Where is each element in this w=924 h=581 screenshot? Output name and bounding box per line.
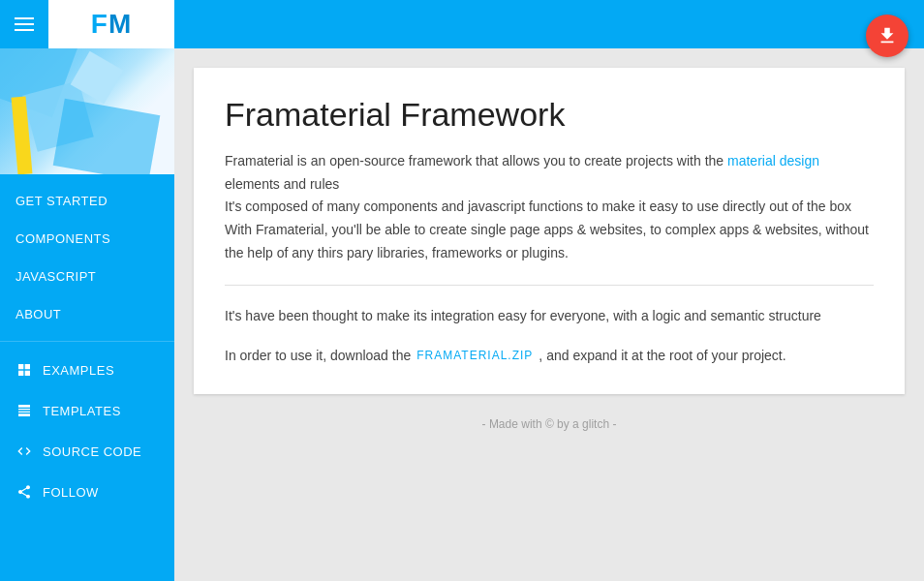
download-suffix: , and expand it at the root of your proj… (539, 348, 785, 363)
grid-icon (15, 361, 33, 379)
sidebar: GET STARTED COMPONENTS JAVASCRIPT ABOUT … (0, 48, 174, 581)
share-icon (15, 483, 33, 501)
download-link[interactable]: FRAMATERIAL.ZIP (416, 349, 533, 362)
intro-paragraph-2: It's composed of many components and jav… (225, 199, 851, 214)
sidebar-item-source-code[interactable]: SOURCE CODE (0, 431, 174, 472)
integration-text: It's have been thought to make its integ… (225, 305, 874, 328)
download-line: In order to use it, download the FRAMATE… (225, 348, 874, 363)
sidebar-item-follow[interactable]: FOLLOW (0, 472, 174, 512)
menu-button[interactable] (0, 0, 48, 48)
sidebar-label-source-code: SOURCE CODE (43, 444, 141, 459)
templates-icon (15, 402, 33, 419)
page-title: Framaterial Framework (225, 95, 874, 135)
content-divider (225, 285, 874, 286)
nav-divider (0, 341, 174, 342)
content-area: Framaterial Framework Framaterial is an … (174, 48, 924, 581)
hamburger-icon (15, 17, 34, 31)
intro-paragraph-1: Framaterial is an open-source framework … (225, 150, 874, 265)
sidebar-label-templates: TEMPLATES (43, 404, 121, 418)
material-design-link[interactable]: material design (727, 153, 819, 168)
sidebar-label-examples: EXAMPLES (43, 363, 114, 378)
sidebar-label-get-started: GET STARTED (15, 194, 108, 208)
sidebar-hero (0, 48, 174, 174)
sidebar-label-components: COMPONENTS (15, 231, 110, 246)
logo: FM (91, 9, 132, 40)
logo-container: FM (48, 0, 174, 48)
sidebar-nav: GET STARTED COMPONENTS JAVASCRIPT ABOUT … (0, 174, 174, 581)
header: FM (0, 0, 924, 48)
sidebar-label-about: ABOUT (15, 307, 61, 321)
content-card: Framaterial Framework Framaterial is an … (194, 68, 905, 394)
footer-text: - Made with © by a glitch - (482, 417, 617, 431)
source-code-icon (15, 443, 33, 460)
sidebar-item-javascript[interactable]: JAVASCRIPT (0, 258, 174, 295)
sidebar-label-javascript: JAVASCRIPT (15, 269, 96, 284)
main-layout: GET STARTED COMPONENTS JAVASCRIPT ABOUT … (0, 48, 924, 581)
sidebar-item-components[interactable]: COMPONENTS (0, 220, 174, 258)
sidebar-item-about[interactable]: ABOUT (0, 295, 174, 333)
sidebar-item-get-started[interactable]: GET STARTED (0, 182, 174, 220)
intro-paragraph-3: With Framaterial, you'll be able to crea… (225, 222, 869, 260)
sidebar-item-templates[interactable]: TEMPLATES (0, 390, 174, 431)
download-prefix: In order to use it, download the (225, 348, 411, 363)
download-icon (877, 25, 898, 46)
sidebar-label-follow: FOLLOW (43, 485, 99, 500)
download-fab-button[interactable] (866, 15, 909, 57)
sidebar-item-examples[interactable]: EXAMPLES (0, 350, 174, 390)
